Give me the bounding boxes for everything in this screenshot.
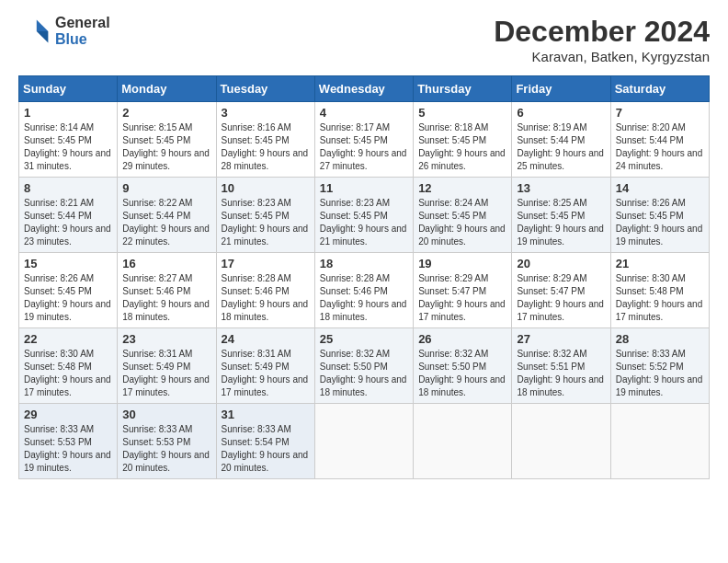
calendar-cell: 16 Sunrise: 8:27 AMSunset: 5:46 PMDaylig…: [118, 253, 216, 328]
calendar-cell: 1 Sunrise: 8:14 AMSunset: 5:45 PMDayligh…: [19, 102, 118, 178]
logo-icon: [18, 15, 51, 48]
calendar-cell: 11 Sunrise: 8:23 AMSunset: 5:45 PMDaylig…: [314, 178, 413, 253]
day-number: 25: [320, 332, 408, 346]
location: Karavan, Batken, Kyrgyzstan: [494, 49, 710, 64]
calendar-cell: 17 Sunrise: 8:28 AMSunset: 5:46 PMDaylig…: [216, 253, 314, 328]
day-info: Sunrise: 8:26 AMSunset: 5:45 PMDaylight:…: [24, 273, 111, 322]
weekday-header: Friday: [512, 76, 610, 102]
day-info: Sunrise: 8:33 AMSunset: 5:53 PMDaylight:…: [24, 424, 111, 473]
day-info: Sunrise: 8:30 AMSunset: 5:48 PMDaylight:…: [616, 273, 703, 322]
day-number: 4: [320, 106, 408, 120]
day-number: 5: [418, 106, 506, 120]
day-info: Sunrise: 8:28 AMSunset: 5:46 PMDaylight:…: [320, 273, 407, 322]
day-number: 30: [122, 408, 210, 421]
calendar-cell: 8 Sunrise: 8:21 AMSunset: 5:44 PMDayligh…: [19, 178, 118, 253]
day-info: Sunrise: 8:28 AMSunset: 5:46 PMDaylight:…: [222, 273, 309, 322]
weekday-header: Wednesday: [314, 76, 413, 102]
day-number: 13: [517, 181, 605, 195]
day-info: Sunrise: 8:32 AMSunset: 5:50 PMDaylight:…: [320, 349, 407, 397]
day-info: Sunrise: 8:30 AMSunset: 5:48 PMDaylight:…: [24, 349, 111, 397]
day-number: 23: [122, 332, 210, 346]
day-number: 8: [24, 181, 112, 195]
day-number: 21: [616, 257, 704, 270]
calendar-cell: 21 Sunrise: 8:30 AMSunset: 5:48 PMDaylig…: [610, 253, 709, 328]
calendar-cell: 2 Sunrise: 8:15 AMSunset: 5:45 PMDayligh…: [118, 102, 216, 178]
calendar-cell: 12 Sunrise: 8:24 AMSunset: 5:45 PMDaylig…: [414, 178, 512, 253]
calendar-week-row: 8 Sunrise: 8:21 AMSunset: 5:44 PMDayligh…: [19, 178, 710, 253]
weekday-header: Tuesday: [216, 76, 314, 102]
day-info: Sunrise: 8:15 AMSunset: 5:45 PMDaylight:…: [122, 122, 210, 171]
svg-marker-0: [37, 19, 49, 31]
calendar-week-row: 22 Sunrise: 8:30 AMSunset: 5:48 PMDaylig…: [19, 328, 710, 404]
day-number: 18: [320, 257, 408, 270]
day-number: 31: [222, 408, 310, 421]
calendar-cell: 13 Sunrise: 8:25 AMSunset: 5:45 PMDaylig…: [512, 178, 610, 253]
calendar-cell: 4 Sunrise: 8:17 AMSunset: 5:45 PMDayligh…: [314, 102, 413, 178]
calendar-cell: 24 Sunrise: 8:31 AMSunset: 5:49 PMDaylig…: [216, 328, 314, 404]
weekday-header: Saturday: [610, 76, 709, 102]
day-info: Sunrise: 8:14 AMSunset: 5:45 PMDaylight:…: [24, 122, 111, 171]
day-info: Sunrise: 8:32 AMSunset: 5:51 PMDaylight:…: [517, 349, 604, 397]
day-number: 28: [616, 332, 704, 346]
day-info: Sunrise: 8:25 AMSunset: 5:45 PMDaylight:…: [517, 198, 604, 247]
calendar-cell: 20 Sunrise: 8:29 AMSunset: 5:47 PMDaylig…: [512, 253, 610, 328]
calendar-table: SundayMondayTuesdayWednesdayThursdayFrid…: [18, 75, 710, 479]
svg-marker-1: [37, 31, 49, 43]
day-info: Sunrise: 8:33 AMSunset: 5:53 PMDaylight:…: [122, 424, 210, 473]
day-info: Sunrise: 8:23 AMSunset: 5:45 PMDaylight:…: [222, 198, 309, 247]
calendar-cell: [314, 404, 413, 479]
day-info: Sunrise: 8:29 AMSunset: 5:47 PMDaylight:…: [517, 273, 604, 322]
day-number: 15: [24, 257, 112, 270]
logo: General Blue: [18, 15, 110, 48]
day-number: 27: [517, 332, 605, 346]
day-info: Sunrise: 8:19 AMSunset: 5:44 PMDaylight:…: [517, 122, 604, 171]
day-number: 26: [418, 332, 506, 346]
day-number: 24: [222, 332, 310, 346]
day-info: Sunrise: 8:18 AMSunset: 5:45 PMDaylight:…: [418, 122, 506, 171]
day-info: Sunrise: 8:31 AMSunset: 5:49 PMDaylight:…: [122, 349, 210, 397]
day-info: Sunrise: 8:16 AMSunset: 5:45 PMDaylight:…: [222, 122, 309, 171]
day-info: Sunrise: 8:26 AMSunset: 5:45 PMDaylight:…: [616, 198, 703, 247]
day-number: 9: [122, 181, 210, 195]
day-number: 7: [616, 106, 704, 120]
day-number: 2: [122, 106, 210, 120]
day-info: Sunrise: 8:33 AMSunset: 5:54 PMDaylight:…: [222, 424, 309, 473]
day-info: Sunrise: 8:17 AMSunset: 5:45 PMDaylight:…: [320, 122, 407, 171]
weekday-header: Monday: [118, 76, 216, 102]
calendar-cell: 26 Sunrise: 8:32 AMSunset: 5:50 PMDaylig…: [414, 328, 512, 404]
day-number: 17: [222, 257, 310, 270]
logo-general: General: [55, 15, 110, 31]
page: General Blue December 2024 Karavan, Batk…: [0, 0, 728, 563]
weekday-header: Sunday: [19, 76, 118, 102]
day-number: 1: [24, 106, 112, 120]
day-number: 6: [517, 106, 605, 120]
calendar-week-row: 29 Sunrise: 8:33 AMSunset: 5:53 PMDaylig…: [19, 404, 710, 479]
calendar-cell: 18 Sunrise: 8:28 AMSunset: 5:46 PMDaylig…: [314, 253, 413, 328]
day-info: Sunrise: 8:27 AMSunset: 5:46 PMDaylight:…: [122, 273, 210, 322]
day-number: 10: [222, 181, 310, 195]
calendar-cell: 3 Sunrise: 8:16 AMSunset: 5:45 PMDayligh…: [216, 102, 314, 178]
calendar-cell: 28 Sunrise: 8:33 AMSunset: 5:52 PMDaylig…: [610, 328, 709, 404]
day-number: 19: [418, 257, 506, 270]
calendar-cell: 25 Sunrise: 8:32 AMSunset: 5:50 PMDaylig…: [314, 328, 413, 404]
calendar-cell: 15 Sunrise: 8:26 AMSunset: 5:45 PMDaylig…: [19, 253, 118, 328]
day-info: Sunrise: 8:24 AMSunset: 5:45 PMDaylight:…: [418, 198, 506, 247]
day-number: 16: [122, 257, 210, 270]
title-block: December 2024 Karavan, Batken, Kyrgyzsta…: [494, 15, 710, 64]
calendar-cell: 23 Sunrise: 8:31 AMSunset: 5:49 PMDaylig…: [118, 328, 216, 404]
logo-blue: Blue: [55, 31, 110, 48]
calendar-cell: 7 Sunrise: 8:20 AMSunset: 5:44 PMDayligh…: [610, 102, 709, 178]
day-number: 12: [418, 181, 506, 195]
calendar-cell: 10 Sunrise: 8:23 AMSunset: 5:45 PMDaylig…: [216, 178, 314, 253]
day-info: Sunrise: 8:31 AMSunset: 5:49 PMDaylight:…: [222, 349, 309, 397]
day-number: 29: [24, 408, 112, 421]
calendar-cell: 14 Sunrise: 8:26 AMSunset: 5:45 PMDaylig…: [610, 178, 709, 253]
day-number: 3: [222, 106, 310, 120]
day-number: 20: [517, 257, 605, 270]
day-number: 11: [320, 181, 408, 195]
calendar-cell: 5 Sunrise: 8:18 AMSunset: 5:45 PMDayligh…: [414, 102, 512, 178]
calendar-cell: [414, 404, 512, 479]
calendar-cell: 29 Sunrise: 8:33 AMSunset: 5:53 PMDaylig…: [19, 404, 118, 479]
day-info: Sunrise: 8:29 AMSunset: 5:47 PMDaylight:…: [418, 273, 506, 322]
calendar-cell: 19 Sunrise: 8:29 AMSunset: 5:47 PMDaylig…: [414, 253, 512, 328]
